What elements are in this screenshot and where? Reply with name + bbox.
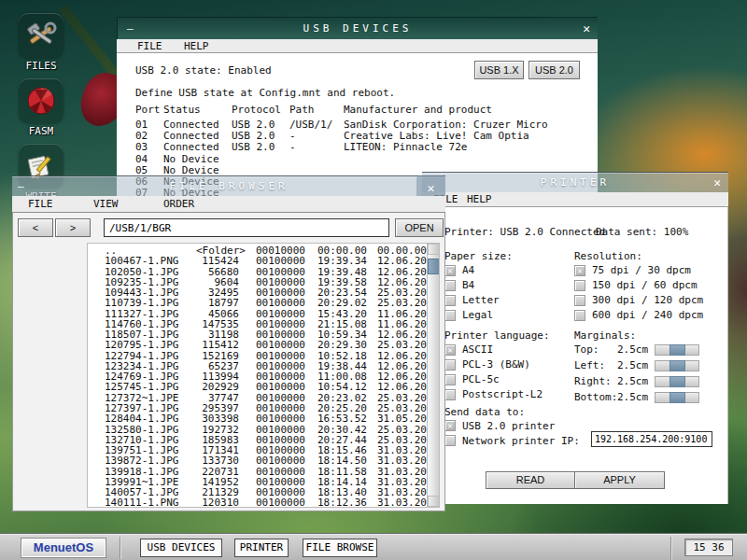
- checkbox[interactable]: [444, 265, 456, 276]
- checkbox[interactable]: [444, 359, 456, 371]
- paper-option[interactable]: B4: [444, 278, 500, 292]
- usb-device-row[interactable]: 04 No Device: [117, 154, 598, 165]
- checkbox[interactable]: [444, 389, 456, 400]
- paper-option[interactable]: Legal: [444, 308, 500, 322]
- marginal-label: Bottom:: [574, 391, 617, 403]
- col-status: Status: [163, 105, 232, 116]
- file-row[interactable]: 100467-1.PNG 115424 00100000 19:39.34 12…: [105, 256, 439, 266]
- close-icon[interactable]: ✕: [713, 176, 721, 189]
- network-printer-option[interactable]: Network printer IP:: [444, 434, 580, 447]
- menu-file[interactable]: FILE: [137, 40, 162, 52]
- taskbar: MenuetOS USB DEVICES PRINTER FILE BROWSE…: [0, 534, 747, 560]
- scrollbar-thumb[interactable]: [428, 259, 440, 274]
- menu-help[interactable]: HELP: [184, 40, 209, 52]
- fasm-icon-tile[interactable]: [19, 78, 63, 123]
- marginal-slider[interactable]: [655, 392, 699, 403]
- desktop-icon-files[interactable]: FILES: [13, 13, 69, 72]
- checkbox[interactable]: [444, 344, 456, 356]
- usb-device-row[interactable]: 03 Connected USB 2.0 - LITEON: Pinnacle …: [117, 142, 598, 153]
- checkbox[interactable]: [444, 435, 456, 446]
- file-flags: 00100000: [245, 298, 317, 308]
- path-cell: -: [289, 142, 344, 153]
- resolution-option[interactable]: 300 dpi / 120 dpcm: [574, 293, 703, 307]
- slider-thumb[interactable]: [670, 345, 684, 355]
- option-label: 150 dpi / 60 dpcm: [592, 279, 698, 291]
- checkbox[interactable]: [574, 310, 585, 321]
- network-ip-input[interactable]: [591, 431, 712, 447]
- checkbox[interactable]: [444, 295, 456, 306]
- file-browser-titlebar[interactable]: — FILE BROWSER: [12, 175, 445, 196]
- menu-help[interactable]: HELP: [467, 193, 492, 205]
- slider-thumb[interactable]: [670, 377, 684, 386]
- language-option[interactable]: ASCII: [444, 343, 543, 357]
- scrollbar-bottom-cap[interactable]: [428, 496, 440, 507]
- printer-status: Printer: USB 2.0 Connected: [444, 226, 605, 238]
- forward-button[interactable]: >: [55, 218, 91, 237]
- marginals-group: Top: 2.5cm Left: 2.5cm Right: 2.5cm Bott…: [574, 343, 699, 406]
- taskbar-clock: 15 36: [684, 539, 733, 556]
- file-row[interactable]: 120795-1.JPG 115412 00100000 20:29.30 25…: [105, 340, 439, 350]
- menuetos-start-button[interactable]: MenuetOS: [21, 538, 106, 558]
- file-browser-body: < > OPEN .. <Folder> 00010000 00:00.00 0…: [12, 213, 445, 511]
- paper-option[interactable]: A4: [444, 263, 500, 277]
- language-option[interactable]: Postscript-L2: [444, 387, 543, 401]
- col-port: Port: [135, 105, 163, 116]
- file-name: 128404-1.JPG: [105, 413, 196, 424]
- menu-view[interactable]: VIEW: [93, 198, 119, 210]
- scrollbar[interactable]: [427, 244, 439, 507]
- menu-order[interactable]: ORDER: [163, 198, 194, 210]
- open-button[interactable]: OPEN: [395, 218, 444, 237]
- usb20-button[interactable]: USB 2.0: [529, 61, 580, 79]
- file-row[interactable]: 140111-1.PNG 120310 00100000 18:12.36 31…: [105, 497, 439, 508]
- back-button[interactable]: <: [18, 218, 53, 237]
- apply-button[interactable]: APPLY: [574, 471, 665, 489]
- checkbox[interactable]: [444, 280, 456, 291]
- protocol-cell: USB 2.0: [232, 142, 289, 153]
- resolution-option[interactable]: 600 dpi / 240 dpcm: [574, 308, 703, 322]
- resolution-option[interactable]: 150 dpi / 60 dpcm: [574, 278, 703, 292]
- option-label: 300 dpi / 120 dpcm: [592, 294, 703, 306]
- file-row[interactable]: 128404-1.JPG 303398 00100000 16:53.52 31…: [105, 413, 439, 424]
- path-input[interactable]: [104, 218, 389, 237]
- file-size: 115424: [196, 256, 245, 266]
- slider-thumb[interactable]: [670, 361, 684, 371]
- slider-thumb[interactable]: [670, 393, 684, 402]
- option-label: A4: [462, 264, 474, 276]
- task-printer[interactable]: PRINTER: [234, 539, 289, 557]
- file-list: .. <Folder> 00010000 00:00.00 00.00.0000…: [87, 243, 440, 508]
- paper-option[interactable]: Letter: [444, 293, 500, 307]
- checkbox[interactable]: [574, 280, 585, 291]
- menu-file[interactable]: FILE: [28, 198, 53, 210]
- checkbox[interactable]: [574, 295, 585, 306]
- task-usb-devices[interactable]: USB DEVICES: [140, 539, 222, 557]
- close-icon[interactable]: ✕: [583, 22, 590, 35]
- printer-data-sent: Data sent: 100%: [596, 226, 688, 238]
- marginal-label: Top:: [574, 343, 617, 356]
- language-option[interactable]: PCL-3 (B&W): [444, 357, 543, 371]
- marginal-row: Bottom: 2.5cm: [574, 390, 699, 404]
- marginal-slider[interactable]: [655, 376, 699, 387]
- desktop-icon-fasm[interactable]: FASM: [13, 78, 69, 137]
- marginal-value: 2.5cm: [617, 391, 655, 403]
- read-button[interactable]: READ: [486, 471, 575, 489]
- checkbox[interactable]: [574, 265, 585, 276]
- checkbox[interactable]: [444, 310, 456, 321]
- marginal-slider[interactable]: [655, 360, 699, 371]
- printer-titlebar[interactable]: PRINTER ✕: [422, 172, 728, 192]
- file-row[interactable]: 110739-1.JPG 18797 00100000 20:29.02 25.…: [105, 298, 439, 308]
- checkbox[interactable]: [444, 374, 456, 385]
- files-icon-tile[interactable]: [19, 13, 63, 58]
- marginal-slider[interactable]: [655, 344, 699, 356]
- file-name: 100467-1.PNG: [105, 256, 196, 266]
- language-option[interactable]: PCL-5c: [444, 372, 543, 386]
- scrollbar-top-cap[interactable]: [428, 244, 440, 255]
- file-row[interactable]: 139872-1.JPG 133730 00100000 18:14.50 31…: [105, 455, 439, 466]
- usb1x-button[interactable]: USB 1.X: [474, 61, 524, 79]
- task-file-browse[interactable]: FILE BROWSE: [303, 539, 377, 557]
- checkbox[interactable]: [444, 420, 456, 431]
- product-cell: [344, 154, 598, 165]
- resolution-option[interactable]: 75 dpi / 30 dpcm: [574, 263, 703, 277]
- usb-titlebar[interactable]: — USB DEVICES ✕: [117, 17, 598, 39]
- usb-printer-option[interactable]: USB 2.0 printer: [444, 419, 555, 432]
- send-data-label: Send data to:: [444, 406, 525, 418]
